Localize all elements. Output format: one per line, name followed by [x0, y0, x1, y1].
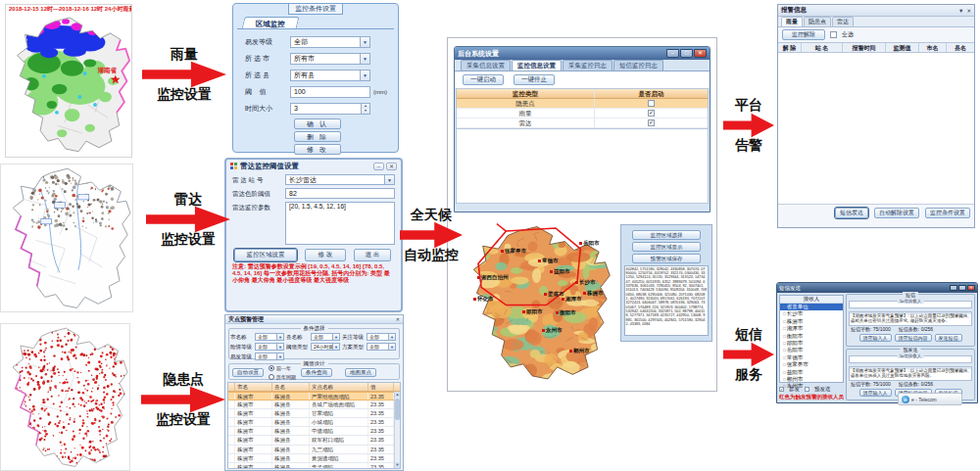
close-icon[interactable]: ✕ [396, 316, 400, 322]
table-row[interactable]: 株洲市 株洲县 严家组地面塌陷 23.35 [228, 392, 400, 400]
scrollbar-thumb[interactable] [395, 399, 400, 420]
city-select[interactable]: 所有市▼ [290, 53, 370, 65]
telecom-app-icon[interactable]: e [902, 396, 909, 403]
pre-send-content-textarea[interactable]: 短信内容【湖南省地质灾害气象预警】: 以上站点雨量已达到预警阈值, 请各单位值班… [849, 366, 972, 381]
modify-button[interactable]: 修 改 [305, 249, 346, 261]
send-sms-button[interactable]: 短信发送 [835, 208, 868, 218]
send-sms-button[interactable]: 发送短信 [935, 334, 962, 342]
one-key-start-button[interactable]: 一键启动 [463, 74, 504, 85]
clear-recipients-button[interactable]: 清空输入人 [859, 389, 892, 397]
release-monitor-button[interactable]: 监控解除 [782, 29, 825, 40]
chevron-down-icon[interactable]: ▼ [384, 175, 394, 184]
chevron-down-icon[interactable]: ▼ [360, 37, 369, 47]
minimize-button[interactable]: – [666, 49, 679, 58]
radar-station-select[interactable]: 长沙雷达▼ [285, 174, 395, 185]
table-row[interactable]: 株洲市 株洲县 小城塌陷 23.35 [228, 418, 400, 427]
clear-recipients-button[interactable]: 清空输入人 [859, 334, 892, 342]
stepper-down-icon[interactable]: ▼ [362, 109, 369, 114]
risk-level-select[interactable]: 全部▼ [290, 36, 370, 48]
table-row[interactable]: 株洲市 株洲县 黄泥塘塌陷 23.35 [228, 454, 400, 463]
region-coords-textarea[interactable]: 402842, 5751590, 329042, 4330858, 307074… [624, 265, 709, 336]
filter-select[interactable]: 全部▼ [367, 343, 396, 351]
map-plot-button[interactable]: 地图展点 [345, 368, 376, 377]
same-period-radio[interactable] [269, 374, 274, 380]
confirm-button[interactable]: 确 认 [294, 118, 341, 129]
list-item[interactable]: 常德市 [780, 354, 843, 361]
close-button[interactable]: ✕ [967, 285, 975, 291]
alarm-tab[interactable]: 隐患点 [804, 17, 831, 26]
delete-button[interactable]: 删 除 [294, 131, 341, 142]
list-item[interactable]: 省直单位 [780, 304, 843, 310]
list-item[interactable]: 长沙市 [780, 310, 843, 317]
list-item[interactable]: 株洲市 [780, 318, 843, 325]
modify-button[interactable]: 修 改 [294, 144, 341, 155]
chevron-down-icon[interactable]: ▼ [276, 353, 283, 359]
chevron-down-icon[interactable]: ▼ [332, 334, 339, 340]
chevron-down-icon[interactable]: ▼ [388, 334, 395, 340]
stepper-arrows[interactable]: ▲▼ [361, 104, 369, 114]
maximize-button[interactable]: □ [958, 285, 966, 291]
chevron-down-icon[interactable]: ▼ [388, 344, 395, 350]
enabled-checkbox[interactable]: ✓ [648, 119, 655, 126]
table-row[interactable]: 株洲市 株洲县 李子塌陷 23.35 [228, 463, 400, 469]
chevron-down-icon[interactable]: ▼ [360, 71, 369, 80]
system-tab[interactable]: 短信监控日志 [613, 60, 663, 71]
group-send-checkbox[interactable]: ✓ [779, 387, 784, 392]
county-select[interactable]: 所有县▼ [290, 70, 370, 81]
scroll-up-icon[interactable]: ▲ [395, 392, 400, 398]
table-row[interactable]: 雷达 ✓ [457, 118, 708, 128]
monitor-params-textarea[interactable]: [20, 1.5, 4.5, 12, 16] [285, 202, 395, 245]
filter-select[interactable]: 全部▼ [255, 343, 284, 351]
recipients-tab[interactable]: 接收人 [780, 296, 843, 304]
minimize-button[interactable]: – [373, 163, 384, 170]
scrollbar[interactable]: ▲ ▼ [394, 392, 400, 468]
table-row[interactable]: 株洲市 株洲县 县城广场地面塌陷 23.35 [228, 400, 400, 409]
list-item[interactable]: 益阳市 [780, 369, 843, 376]
list-item[interactable]: 湘潭市 [780, 325, 843, 332]
chevron-down-icon[interactable]: ▼ [276, 344, 283, 350]
chevron-down-icon[interactable]: ▼ [332, 344, 339, 350]
chevron-down-icon[interactable]: ▼ [360, 54, 369, 64]
list-item[interactable]: 邵阳市 [780, 340, 843, 347]
threshold-input[interactable]: 100 [290, 86, 370, 98]
table-row[interactable]: 株洲市 株洲县 甘家塌陷 23.35 [228, 409, 400, 418]
list-item[interactable]: 衡阳市 [780, 333, 843, 340]
table-row[interactable]: 株洲市 株洲县 中塘塌陷 23.35 [228, 427, 400, 436]
monitor-region-show-button[interactable]: 监控区域显示 [632, 242, 701, 252]
system-tab[interactable]: 采集监控日志 [563, 60, 612, 71]
maximize-button[interactable]: □ [680, 49, 693, 58]
filter-select[interactable]: 全部▼ [367, 333, 396, 341]
pre-send-checkbox[interactable] [805, 387, 809, 392]
exit-button[interactable]: 退 出 [354, 249, 391, 261]
one-key-stop-button[interactable]: 一键停止 [514, 74, 555, 85]
sms-recipient-input[interactable]: 短信接收人 [849, 301, 972, 308]
list-item[interactable]: 张家界市 [780, 361, 843, 368]
time-size-stepper[interactable]: 3 ▲▼ [290, 103, 370, 115]
table-row[interactable]: 株洲市 株洲县 九三塌陷 23.35 [228, 446, 400, 454]
filter-select[interactable]: 24小时雨量▼ [311, 343, 340, 351]
close-button[interactable]: ✕ [694, 49, 707, 58]
system-tab[interactable]: 采集信息设置 [461, 60, 511, 71]
prev-year-radio[interactable] [269, 365, 274, 371]
alarm-tab[interactable]: 雨量 [781, 17, 803, 26]
monitor-region-settings-button[interactable]: 监控区域设置 [234, 249, 297, 261]
close-icon[interactable]: ✕ [966, 8, 971, 14]
clear-content-button[interactable]: 清空短信内容 [895, 334, 932, 342]
table-row[interactable]: 雨量 ✓ [457, 109, 708, 118]
list-item[interactable]: 郴州市 [780, 376, 843, 383]
select-all-checkbox[interactable] [830, 31, 837, 38]
table-row[interactable]: 株洲市 株洲县 双军村口塌陷 23.35 [228, 436, 400, 445]
pre-send-recipient-input[interactable]: 短信接收人 [849, 355, 972, 363]
sms-content-textarea[interactable]: 短信内容【湖南省地质灾害气象预警】: 以上站点雨量已达到预警阈值, 请相关单位密… [849, 311, 972, 326]
close-button[interactable]: ✕ [386, 163, 397, 170]
filter-select[interactable]: 全部▼ [311, 333, 340, 341]
warning-region-save-button[interactable]: 预警区域保存 [632, 254, 701, 263]
enabled-checkbox[interactable] [648, 100, 655, 107]
filter-select[interactable]: 全部▼ [255, 353, 284, 360]
color-threshold-input[interactable]: 82 [285, 188, 395, 199]
system-tab[interactable]: 监控信息设置 [512, 60, 562, 71]
auto-release-settings-button[interactable]: 自动解除设置 [874, 208, 919, 218]
table-row[interactable]: 隐患点 [457, 99, 708, 109]
monitor-region-select-button[interactable]: 监控区域选择 [632, 230, 701, 240]
auto-set-button[interactable]: 自动设置 [232, 368, 264, 377]
